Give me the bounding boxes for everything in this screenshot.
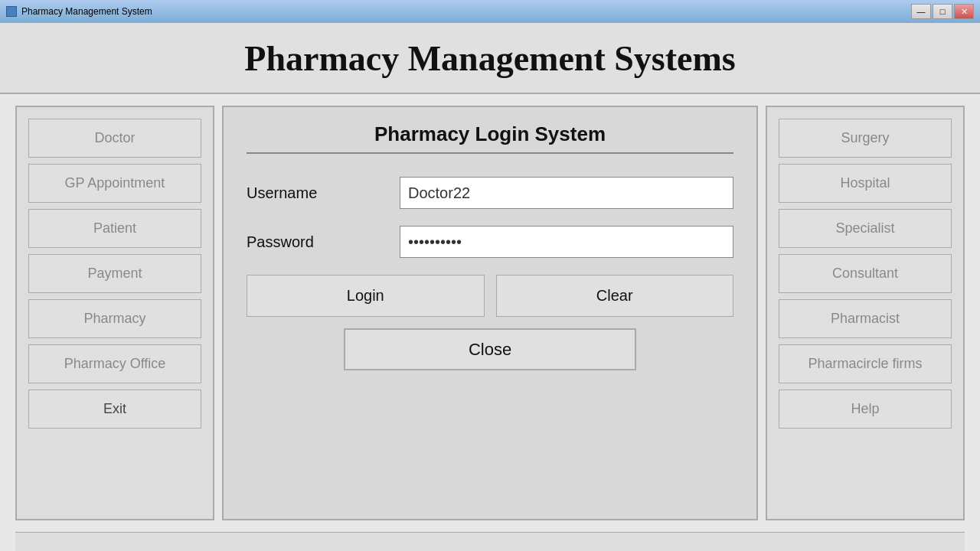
login-panel-title: Pharmacy Login System — [374, 122, 606, 146]
left-sidebar: Doctor GP Appointment Patient Payment Ph… — [15, 106, 214, 520]
sidebar-item-help[interactable]: Help — [779, 390, 952, 429]
sidebar-item-surgery[interactable]: Surgery — [779, 119, 952, 158]
status-bar — [15, 532, 965, 551]
sidebar-item-gp-appointment[interactable]: GP Appointment — [28, 164, 201, 203]
sidebar-item-patient[interactable]: Patient — [28, 209, 201, 248]
sidebar-item-consultant[interactable]: Consultant — [779, 254, 952, 293]
login-divider — [247, 152, 733, 154]
close-window-button[interactable]: ✕ — [954, 4, 974, 19]
app-icon — [6, 6, 17, 17]
sidebar-item-exit[interactable]: Exit — [28, 390, 201, 429]
login-buttons-row: Login Clear — [247, 275, 733, 317]
main-window: Pharmacy Management Systems Doctor GP Ap… — [0, 23, 980, 551]
login-panel: Pharmacy Login System Username Password … — [222, 106, 758, 520]
close-button[interactable]: Close — [344, 328, 636, 370]
sidebar-item-hospital[interactable]: Hospital — [779, 164, 952, 203]
app-title: Pharmacy Management Systems — [0, 38, 980, 79]
password-input[interactable] — [400, 226, 733, 258]
username-row: Username — [247, 177, 733, 209]
main-content: Doctor GP Appointment Patient Payment Ph… — [0, 94, 980, 532]
sidebar-item-pharmacy[interactable]: Pharmacy — [28, 299, 201, 338]
title-bar-left: Pharmacy Management System — [6, 6, 152, 17]
sidebar-item-pharmacist[interactable]: Pharmacist — [779, 299, 952, 338]
username-label: Username — [247, 184, 400, 202]
right-sidebar: Surgery Hospital Specialist Consultant P… — [766, 106, 965, 520]
maximize-button[interactable]: □ — [933, 4, 952, 19]
sidebar-item-doctor[interactable]: Doctor — [28, 119, 201, 158]
minimize-button[interactable]: — — [911, 4, 931, 19]
app-header: Pharmacy Management Systems — [0, 23, 980, 94]
password-label: Password — [247, 233, 400, 251]
title-bar-controls: — □ ✕ — [911, 4, 974, 19]
login-button[interactable]: Login — [247, 275, 485, 317]
sidebar-item-pharmacircle-firms[interactable]: Pharmacircle firms — [779, 344, 952, 383]
password-row: Password — [247, 226, 733, 258]
username-input[interactable] — [400, 177, 733, 209]
clear-button[interactable]: Clear — [496, 275, 734, 317]
sidebar-item-specialist[interactable]: Specialist — [779, 209, 952, 248]
sidebar-item-payment[interactable]: Payment — [28, 254, 201, 293]
title-bar: Pharmacy Management System — □ ✕ — [0, 0, 980, 23]
title-bar-title: Pharmacy Management System — [21, 6, 152, 17]
sidebar-item-pharmacy-office[interactable]: Pharmacy Office — [28, 344, 201, 383]
close-button-wrapper: Close — [344, 328, 636, 370]
